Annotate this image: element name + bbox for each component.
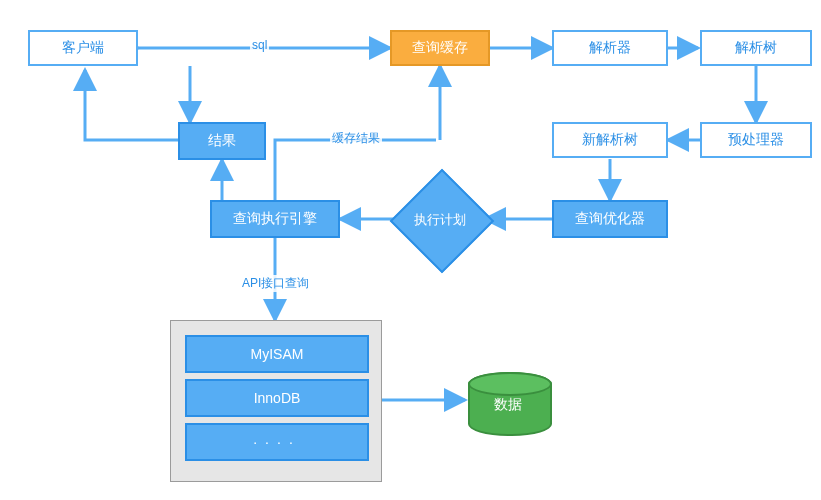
node-client: 客户端 [28, 30, 138, 66]
node-result-label: 结果 [208, 132, 236, 150]
engine-innodb: InnoDB [185, 379, 369, 417]
edge-label-sql: sql [250, 38, 269, 52]
node-preproc-label: 预处理器 [728, 131, 784, 149]
edge-label-api-query: API接口查询 [240, 275, 311, 292]
engine-myisam-label: MyISAM [251, 346, 304, 362]
node-parse-tree: 解析树 [700, 30, 812, 66]
node-data [468, 372, 552, 436]
node-new-tree: 新解析树 [552, 122, 668, 158]
node-plan [390, 169, 495, 274]
engine-more-label: ···· [253, 434, 301, 450]
edge-label-cache-result: 缓存结果 [330, 130, 382, 147]
node-parse-tree-label: 解析树 [735, 39, 777, 57]
edges-layer [0, 0, 821, 500]
node-parser-label: 解析器 [589, 39, 631, 57]
node-cache: 查询缓存 [390, 30, 490, 66]
node-parser: 解析器 [552, 30, 668, 66]
node-result: 结果 [178, 122, 266, 160]
diagram-canvas: 客户端 查询缓存 解析器 解析树 结果 新解析树 预处理器 查询执行引擎 执行计… [0, 0, 821, 500]
node-preproc: 预处理器 [700, 122, 812, 158]
engine-myisam: MyISAM [185, 335, 369, 373]
node-optimizer-label: 查询优化器 [575, 210, 645, 228]
node-cache-label: 查询缓存 [412, 39, 468, 57]
node-client-label: 客户端 [62, 39, 104, 57]
node-executor: 查询执行引擎 [210, 200, 340, 238]
node-new-tree-label: 新解析树 [582, 131, 638, 149]
node-executor-label: 查询执行引擎 [233, 210, 317, 228]
engine-innodb-label: InnoDB [254, 390, 301, 406]
engine-more: ···· [185, 423, 369, 461]
node-optimizer: 查询优化器 [552, 200, 668, 238]
